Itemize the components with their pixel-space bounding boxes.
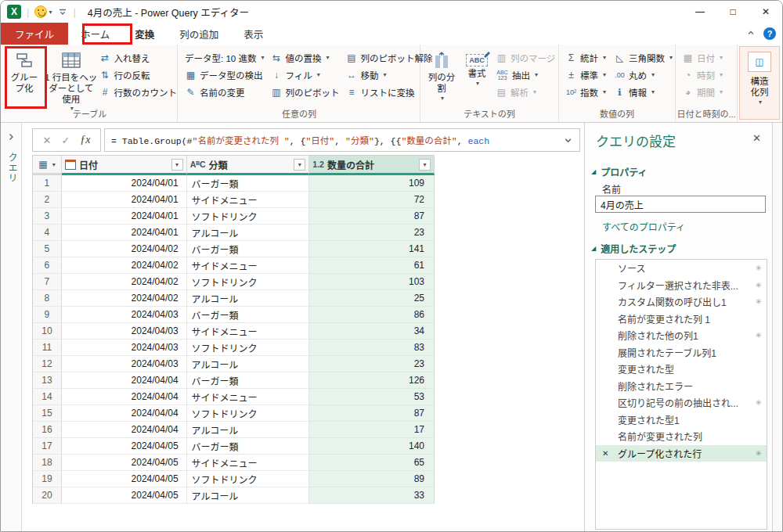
structured-column-button[interactable]: ◫ 構造化列 ▾ bbox=[739, 46, 780, 120]
applied-step-item[interactable]: 区切り記号の前の抽出され...✳ bbox=[596, 394, 767, 412]
trigonometry-button[interactable]: ◺ 三角関数 ▾ bbox=[614, 51, 673, 64]
category-cell[interactable]: アルコール bbox=[187, 487, 310, 504]
column-header-category[interactable]: AᴮC 分類 ▾ bbox=[187, 156, 310, 175]
quantity-cell[interactable]: 87 bbox=[309, 208, 435, 225]
column-header-date[interactable]: 日付 ▾ bbox=[62, 156, 187, 175]
category-cell[interactable]: アルコール bbox=[187, 290, 310, 307]
rounding-button[interactable]: .00 丸め ▾ bbox=[614, 68, 673, 81]
quantity-cell[interactable]: 61 bbox=[309, 257, 435, 274]
step-settings-gear-icon[interactable]: ✳ bbox=[756, 449, 762, 458]
quantity-cell[interactable]: 86 bbox=[309, 307, 435, 323]
date-cell[interactable]: 2024/04/02 bbox=[62, 290, 187, 307]
date-cell[interactable]: 2024/04/04 bbox=[62, 422, 187, 438]
quantity-cell[interactable]: 34 bbox=[309, 323, 435, 340]
quantity-cell[interactable]: 23 bbox=[309, 356, 435, 372]
quantity-cell[interactable]: 72 bbox=[309, 192, 435, 208]
tab-file[interactable]: ファイル bbox=[1, 23, 68, 45]
filter-icon[interactable]: ▾ bbox=[419, 159, 431, 171]
category-cell[interactable]: アルコール bbox=[187, 225, 310, 241]
applied-step-item[interactable]: 削除された他の列1✳ bbox=[596, 327, 767, 344]
rename-button[interactable]: ✎ 名前の変更 bbox=[185, 85, 264, 99]
date-cell[interactable]: 2024/04/01 bbox=[62, 192, 187, 208]
date-cell[interactable]: 2024/04/02 bbox=[62, 257, 187, 274]
applied-step-item[interactable]: ソース✳ bbox=[596, 260, 767, 277]
quantity-cell[interactable]: 53 bbox=[309, 389, 435, 405]
replace-values-button[interactable]: ⇆ 値の置換 ▾ bbox=[270, 51, 339, 64]
information-button[interactable]: ℹ 情報 ▾ bbox=[614, 85, 673, 99]
filter-icon[interactable]: ▾ bbox=[171, 159, 183, 171]
detect-data-type-button[interactable]: ▦ データ型の検出 bbox=[185, 68, 264, 81]
date-cell[interactable]: 2024/04/04 bbox=[62, 405, 187, 422]
category-cell[interactable]: サイドメニュー bbox=[187, 323, 310, 340]
date-cell[interactable]: 2024/04/04 bbox=[62, 389, 187, 405]
group-by-button[interactable]: グループ化 bbox=[5, 46, 43, 113]
delete-step-icon[interactable]: ✕ bbox=[602, 449, 608, 458]
quantity-cell[interactable]: 89 bbox=[309, 471, 435, 487]
applied-step-item[interactable]: 変更された型1 bbox=[596, 412, 767, 429]
step-settings-gear-icon[interactable]: ✳ bbox=[756, 398, 762, 407]
category-cell[interactable]: バーガー類 bbox=[187, 175, 310, 192]
date-cell[interactable]: 2024/04/05 bbox=[62, 471, 187, 487]
fx-icon[interactable]: ƒx bbox=[80, 134, 90, 146]
category-cell[interactable]: バーガー類 bbox=[187, 241, 310, 257]
quantity-cell[interactable]: 17 bbox=[309, 422, 435, 438]
reverse-rows-button[interactable]: ⇅ 行の反転 bbox=[99, 68, 178, 81]
expand-queries-pane-icon[interactable] bbox=[6, 132, 16, 144]
help-icon[interactable]: ? bbox=[763, 27, 776, 40]
close-settings-icon[interactable]: ✕ bbox=[752, 132, 761, 144]
applied-steps-section-header[interactable]: ◢ 適用したステップ bbox=[591, 242, 676, 255]
date-cell[interactable]: 2024/04/03 bbox=[62, 356, 187, 372]
date-cell[interactable]: 2024/04/02 bbox=[62, 241, 187, 257]
date-cell[interactable]: 2024/04/01 bbox=[62, 225, 187, 241]
extract-button[interactable]: ABC123 抽出 ▾ bbox=[496, 68, 555, 81]
applied-step-item[interactable]: 変更された型 bbox=[596, 361, 767, 378]
standard-button[interactable]: ± 標準 ▾ bbox=[565, 68, 606, 81]
queries-pane-label[interactable]: クエリ bbox=[5, 153, 19, 183]
category-cell[interactable]: ソフトドリンク bbox=[187, 208, 310, 225]
applied-step-item[interactable]: 名前が変更された列 bbox=[596, 428, 767, 445]
date-cell[interactable]: 2024/04/01 bbox=[62, 208, 187, 225]
date-cell[interactable]: 2024/04/03 bbox=[62, 340, 187, 356]
tab-home[interactable]: ホーム bbox=[68, 23, 122, 45]
quantity-cell[interactable]: 103 bbox=[309, 274, 435, 290]
fill-button[interactable]: ↓ フィル ▾ bbox=[270, 68, 339, 81]
category-cell[interactable]: アルコール bbox=[187, 422, 310, 438]
category-cell[interactable]: バーガー類 bbox=[187, 438, 310, 455]
scientific-button[interactable]: 10² 指数 ▾ bbox=[565, 85, 606, 99]
minimize-button[interactable]: — bbox=[684, 1, 716, 23]
category-cell[interactable]: ソフトドリンク bbox=[187, 405, 310, 422]
quantity-cell[interactable]: 141 bbox=[309, 241, 435, 257]
close-button[interactable]: ✕ bbox=[749, 1, 782, 23]
step-settings-gear-icon[interactable]: ✳ bbox=[756, 264, 762, 272]
properties-section-header[interactable]: ◢ プロパティ bbox=[591, 165, 647, 178]
applied-step-item[interactable]: カスタム関数の呼び出し1✳ bbox=[596, 293, 767, 311]
quick-access-toolbar-customize-icon[interactable] bbox=[58, 7, 67, 16]
statistics-button[interactable]: Σ 統計 ▾ bbox=[565, 51, 606, 64]
query-name-input[interactable] bbox=[595, 196, 766, 213]
category-cell[interactable]: アルコール bbox=[187, 356, 310, 372]
column-header-quantity-sum[interactable]: 1.2 数量の合計 ▾ bbox=[309, 156, 435, 175]
category-cell[interactable]: バーガー類 bbox=[187, 372, 310, 389]
quantity-cell[interactable]: 65 bbox=[309, 455, 435, 471]
count-rows-button[interactable]: # 行数のカウント bbox=[99, 85, 178, 99]
data-type-button[interactable]: データ型: 10 進数 ▾ bbox=[185, 51, 264, 64]
date-cell[interactable]: 2024/04/02 bbox=[62, 274, 187, 290]
category-cell[interactable]: サイドメニュー bbox=[187, 192, 310, 208]
filter-icon[interactable]: ▾ bbox=[294, 159, 305, 171]
transpose-button[interactable]: ⇄ 入れ替え bbox=[99, 51, 178, 64]
quantity-cell[interactable]: 109 bbox=[309, 175, 435, 192]
format-button[interactable]: ABC 書式 ▾ bbox=[461, 46, 493, 102]
step-settings-gear-icon[interactable]: ✳ bbox=[756, 331, 762, 340]
quantity-cell[interactable]: 87 bbox=[309, 405, 435, 422]
formula-input[interactable]: = Table.Group(#"名前が変更された列 ", {"日付", "分類"… bbox=[104, 128, 580, 152]
applied-step-item[interactable]: ✕グループ化された行✳ bbox=[596, 445, 767, 462]
applied-step-item[interactable]: 名前が変更された列 1 bbox=[596, 311, 767, 328]
category-cell[interactable]: サイドメニュー bbox=[187, 455, 310, 471]
split-column-button[interactable]: 列の分割 ▾ bbox=[425, 46, 458, 102]
date-cell[interactable]: 2024/04/05 bbox=[62, 455, 187, 471]
smiley-feedback-icon[interactable] bbox=[34, 5, 47, 18]
applied-step-item[interactable]: 削除されたエラー bbox=[596, 378, 767, 395]
quantity-cell[interactable]: 140 bbox=[309, 438, 435, 455]
category-cell[interactable]: ソフトドリンク bbox=[187, 274, 310, 290]
date-cell[interactable]: 2024/04/03 bbox=[62, 307, 187, 323]
